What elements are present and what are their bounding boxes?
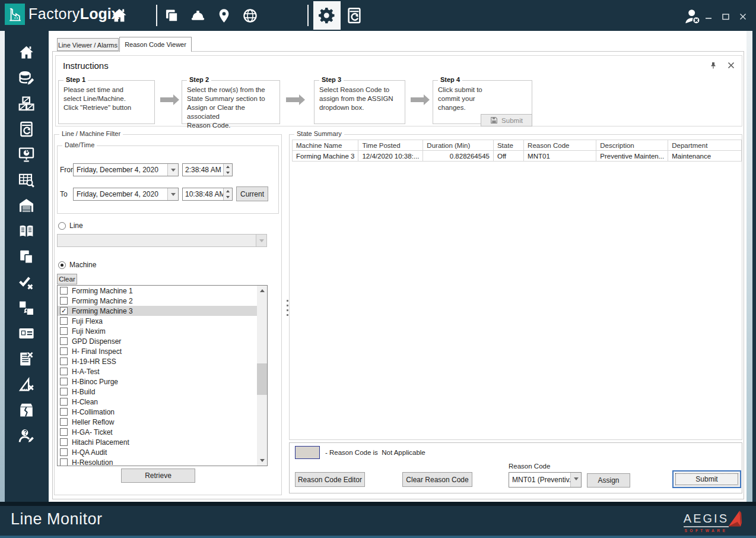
radio-icon[interactable] <box>58 222 66 230</box>
time-stepper[interactable] <box>223 188 232 200</box>
radio-selected-icon[interactable] <box>58 261 66 269</box>
checkbox-icon[interactable] <box>60 357 68 365</box>
machine-list-item[interactable]: GPD Dispenser <box>58 336 258 346</box>
line-radio[interactable]: Line <box>58 221 83 230</box>
machine-list-item[interactable]: H-QA Audit <box>58 447 258 457</box>
close-icon[interactable] <box>728 62 735 69</box>
locations-icon[interactable] <box>214 5 234 26</box>
checkbox-checked-icon[interactable]: ✓ <box>60 307 68 315</box>
checkbox-icon[interactable] <box>60 368 68 375</box>
checkbox-icon[interactable] <box>60 297 68 305</box>
maximize-button[interactable] <box>722 13 729 20</box>
machine-list-item[interactable]: Hitachi Placement <box>58 437 258 447</box>
machine-list-item[interactable]: H-19-HR ESS <box>58 356 258 366</box>
sidebar-no-measure-icon[interactable] <box>18 376 36 393</box>
sidebar-machine-restore-icon[interactable] <box>18 121 36 138</box>
home-icon[interactable] <box>110 7 128 24</box>
sidebar-pages-icon[interactable] <box>18 248 36 265</box>
stepper-up-icon[interactable] <box>224 164 232 170</box>
machine-list-item[interactable]: ✓Forming Machine 3 <box>58 306 258 316</box>
column-header[interactable]: Duration (Min) <box>423 140 494 151</box>
machine-list-item[interactable]: H-Collimation <box>58 407 258 417</box>
sidebar-documentation-icon[interactable] <box>18 223 36 240</box>
checkbox-icon[interactable] <box>60 317 68 325</box>
sidebar-data-editor-icon[interactable] <box>18 69 36 87</box>
column-header[interactable]: Machine Name <box>293 140 358 151</box>
checkbox-icon[interactable] <box>60 438 68 446</box>
machine-list-item[interactable]: H-Build <box>58 387 258 397</box>
minimize-button[interactable] <box>704 13 712 20</box>
tab-line-viewer-alarms[interactable]: Line Viewer / Alarms <box>57 38 119 51</box>
step4-submit-button[interactable]: Submit <box>481 114 532 126</box>
checkbox-icon[interactable] <box>60 388 68 395</box>
user-signout-icon[interactable] <box>682 7 703 26</box>
machine-list-scrollbar[interactable] <box>257 286 267 466</box>
sidebar-damaged-package-icon[interactable] <box>18 401 36 419</box>
reason-code-editor-button[interactable]: Reason Code Editor <box>295 472 365 487</box>
checkbox-icon[interactable] <box>60 418 68 426</box>
checkbox-icon[interactable] <box>60 287 68 295</box>
time-stepper[interactable] <box>223 164 232 176</box>
scroll-up-icon[interactable] <box>257 286 267 296</box>
clear-button[interactable]: Clear <box>57 274 77 284</box>
from-date-select[interactable]: Friday, December 4, 2020 <box>73 163 179 176</box>
machine-restore-icon[interactable] <box>341 0 368 31</box>
machine-list-item[interactable]: Fuji Nexim <box>58 326 258 336</box>
machine-list-item[interactable]: H-A-Test <box>58 366 258 376</box>
close-button[interactable] <box>739 13 747 20</box>
stepper-up-icon[interactable] <box>224 188 232 194</box>
checkbox-icon[interactable] <box>60 337 68 345</box>
stepper-down-icon[interactable] <box>224 170 232 176</box>
machine-list-item[interactable]: Forming Machine 1 <box>58 286 258 296</box>
column-header[interactable]: Time Posted <box>358 140 423 151</box>
sidebar-dashboard-icon[interactable] <box>18 146 36 163</box>
checkbox-icon[interactable] <box>60 347 68 355</box>
current-button[interactable]: Current <box>236 186 268 201</box>
machine-list-item[interactable]: H-Binoc Purge <box>58 376 258 387</box>
chevron-down-icon[interactable] <box>570 473 581 487</box>
retrieve-button[interactable]: Retrieve <box>121 469 195 483</box>
machine-list-item[interactable]: H- Final Inspect <box>58 346 258 356</box>
sidebar-warehouse-icon[interactable] <box>18 197 36 214</box>
pin-icon[interactable] <box>710 62 717 69</box>
machine-list-item[interactable]: H-Clean <box>58 397 258 407</box>
to-date-select[interactable]: Friday, December 4, 2020 <box>73 188 179 201</box>
checkbox-icon[interactable] <box>60 327 68 335</box>
chevron-down-icon[interactable] <box>167 164 178 176</box>
sidebar-remove-list-icon[interactable] <box>18 350 36 368</box>
global-icon[interactable] <box>240 5 260 26</box>
machine-list[interactable]: Forming Machine 1Forming Machine 2✓Formi… <box>57 285 268 466</box>
sidebar-pass-fail-icon[interactable] <box>18 274 36 291</box>
checkbox-icon[interactable] <box>60 378 68 385</box>
checkbox-icon[interactable] <box>60 458 68 466</box>
machine-list-item[interactable]: Fuji Flexa <box>58 316 258 326</box>
column-header[interactable]: State <box>493 140 523 151</box>
checkbox-icon[interactable] <box>60 408 68 416</box>
sidebar-materials-icon[interactable] <box>18 95 36 112</box>
tab-reason-code-viewer[interactable]: Reason Code Viewer <box>119 37 192 52</box>
machine-list-item[interactable]: H-GA- Ticket <box>58 427 258 437</box>
clear-reason-code-button[interactable]: Clear Reason Code <box>402 472 472 487</box>
submit-button[interactable]: Submit <box>672 470 741 488</box>
sidebar-id-card-icon[interactable] <box>18 325 36 342</box>
production-icon[interactable] <box>188 5 208 26</box>
reason-code-select[interactable]: MNT01 (Preventiv... <box>509 472 582 488</box>
sidebar-table-search-icon[interactable] <box>18 172 36 189</box>
from-time-input[interactable]: 2:38:48 AM <box>182 163 233 176</box>
table-row[interactable]: Forming Machine 312/4/2020 10:38:...0.82… <box>293 151 742 162</box>
column-header[interactable]: Reason Code <box>524 140 596 151</box>
sidebar-user-support-icon[interactable] <box>18 427 36 444</box>
scrollbar-thumb[interactable] <box>257 363 267 395</box>
documents-icon[interactable] <box>161 5 182 26</box>
column-header[interactable]: Department <box>668 140 742 151</box>
to-time-input[interactable]: 10:38:48 AM <box>182 188 233 201</box>
column-header[interactable]: Description <box>596 140 668 151</box>
checkbox-icon[interactable] <box>60 398 68 406</box>
machine-list-item[interactable]: Forming Machine 2 <box>58 296 258 306</box>
scroll-down-icon[interactable] <box>257 455 267 466</box>
checkbox-icon[interactable] <box>60 448 68 456</box>
assign-button[interactable]: Assign <box>587 473 630 488</box>
machine-list-item[interactable]: Heller Reflow <box>58 417 258 427</box>
stepper-down-icon[interactable] <box>224 194 232 200</box>
machine-list-item[interactable]: H-Resolution <box>58 457 258 466</box>
